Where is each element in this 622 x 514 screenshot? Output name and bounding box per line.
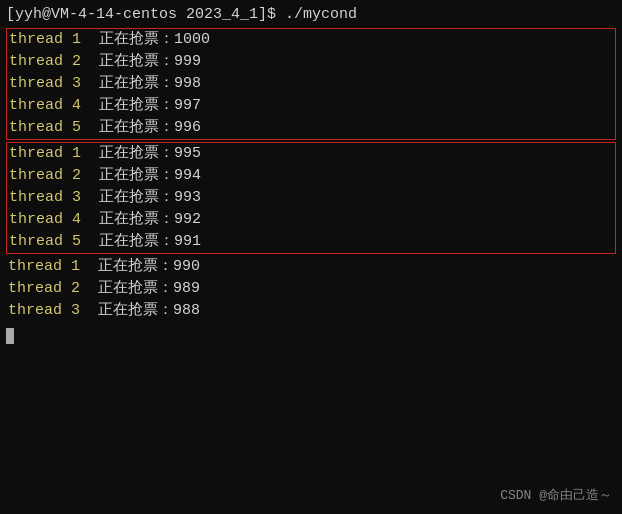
table-row: thread 2正在抢票：994 [7,165,615,187]
thread-name: thread 1 [8,256,98,278]
thread-name: thread 2 [9,165,99,187]
thread-label: 正在抢票： [99,73,174,95]
terminal-header: [yyh@VM-4-14-centos 2023_4_1]$ ./mycond [6,4,616,26]
thread-label: 正在抢票： [99,95,174,117]
thread-name: thread 1 [9,29,99,51]
thread-label: 正在抢票： [98,278,173,300]
table-row: thread 2正在抢票：989 [6,278,616,300]
thread-label: 正在抢票： [99,165,174,187]
thread-name: thread 5 [9,231,99,253]
thread-name: thread 4 [9,95,99,117]
thread-name: thread 5 [9,117,99,139]
thread-value: 997 [174,95,201,117]
thread-label: 正在抢票： [99,231,174,253]
thread-name: thread 1 [9,143,99,165]
thread-value: 988 [173,300,200,322]
thread-value: 994 [174,165,201,187]
thread-value: 993 [174,187,201,209]
table-row: thread 3正在抢票：998 [7,73,615,95]
table-row: thread 1正在抢票：1000 [7,29,615,51]
thread-value: 991 [174,231,201,253]
table-row: thread 4正在抢票：992 [7,209,615,231]
table-row: thread 4正在抢票：997 [7,95,615,117]
table-row: thread 5正在抢票：991 [7,231,615,253]
boxed-block-1: thread 1正在抢票：995thread 2正在抢票：994thread 3… [6,142,616,254]
thread-value: 999 [174,51,201,73]
table-row: thread 5正在抢票：996 [7,117,615,139]
thread-name: thread 3 [8,300,98,322]
thread-label: 正在抢票： [99,117,174,139]
thread-label: 正在抢票： [98,300,173,322]
thread-name: thread 3 [9,73,99,95]
watermark: CSDN @命由己造～ [500,486,612,504]
table-row: thread 1正在抢票：995 [7,143,615,165]
table-row: thread 3正在抢票：988 [6,300,616,322]
thread-value: 1000 [174,29,210,51]
cursor [6,328,14,344]
table-row: thread 1正在抢票：990 [6,256,616,278]
thread-value: 990 [173,256,200,278]
thread-value: 989 [173,278,200,300]
thread-value: 995 [174,143,201,165]
thread-label: 正在抢票： [99,209,174,231]
table-row: thread 3正在抢票：993 [7,187,615,209]
thread-name: thread 4 [9,209,99,231]
table-row: thread 2正在抢票：999 [7,51,615,73]
plain-block-2: thread 1正在抢票：990thread 2正在抢票：989thread 3… [6,256,616,322]
thread-value: 998 [174,73,201,95]
thread-name: thread 2 [8,278,98,300]
thread-value: 996 [174,117,201,139]
thread-label: 正在抢票： [99,187,174,209]
thread-name: thread 2 [9,51,99,73]
terminal-window: [yyh@VM-4-14-centos 2023_4_1]$ ./mycond … [0,0,622,514]
thread-value: 992 [174,209,201,231]
boxed-block-0: thread 1正在抢票：1000thread 2正在抢票：999thread … [6,28,616,140]
thread-label: 正在抢票： [99,29,174,51]
thread-label: 正在抢票： [99,51,174,73]
thread-name: thread 3 [9,187,99,209]
thread-label: 正在抢票： [98,256,173,278]
thread-label: 正在抢票： [99,143,174,165]
